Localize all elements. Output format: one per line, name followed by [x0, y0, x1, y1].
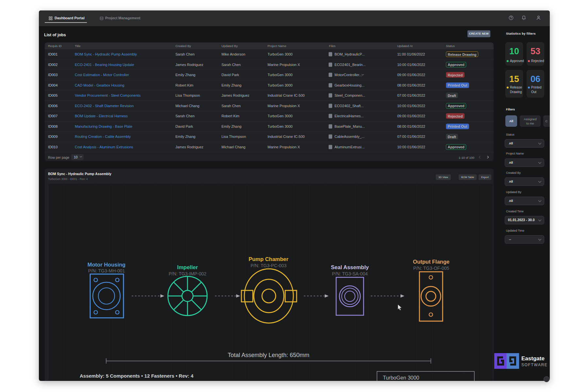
- svg-text:Output Flange: Output Flange: [413, 259, 449, 265]
- svg-text:Seal Assembly: Seal Assembly: [331, 264, 369, 270]
- svg-text:Impeller: Impeller: [177, 264, 198, 270]
- svg-text:TurboGen 3000: TurboGen 3000: [383, 375, 419, 381]
- svg-text:Pump Chamber: Pump Chamber: [249, 256, 289, 262]
- svg-text:P/N: TG3-IMP-002: P/N: TG3-IMP-002: [169, 271, 206, 276]
- svg-text:Motor Housing: Motor Housing: [88, 262, 125, 268]
- svg-text:P/N: TG3-PC-003: P/N: TG3-PC-003: [251, 263, 286, 268]
- svg-text:P/N: TG3-MH-001: P/N: TG3-MH-001: [88, 268, 125, 273]
- svg-text:P/N: TG3-SA-004: P/N: TG3-SA-004: [332, 271, 368, 276]
- svg-text:P/N: TG3-OF-005: P/N: TG3-OF-005: [413, 266, 449, 271]
- svg-text:Total Assembly Length: 650mm: Total Assembly Length: 650mm: [228, 352, 309, 358]
- svg-text:Assembly: 5 Components • 12 Fa: Assembly: 5 Components • 12 Fasteners • …: [80, 373, 194, 379]
